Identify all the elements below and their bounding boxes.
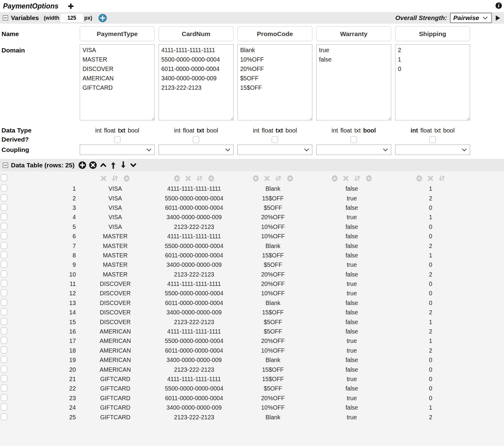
collapse-data-table-button[interactable] (3, 163, 8, 168)
variable-name-input[interactable] (80, 26, 155, 41)
type-option-bool[interactable]: bool (207, 127, 218, 134)
row-select-checkbox[interactable] (1, 194, 7, 201)
type-option-txt[interactable]: txt (276, 127, 283, 134)
delete-column-button[interactable] (185, 175, 192, 182)
coupling-select[interactable] (159, 145, 234, 155)
variable-domain-textarea[interactable]: true false (316, 44, 391, 120)
variable-domain-textarea[interactable]: 2 1 0 (395, 44, 470, 120)
coupling-select[interactable] (395, 145, 470, 155)
row-select-checkbox[interactable] (1, 394, 7, 401)
variable-domain-textarea[interactable]: VISA MASTER DISCOVER AMERICAN GIFTCARD (80, 44, 155, 120)
type-option-int[interactable]: int (331, 127, 338, 134)
delete-rows-button[interactable] (89, 161, 97, 169)
row-select-checkbox[interactable] (1, 204, 7, 211)
type-option-bool[interactable]: bool (285, 127, 297, 134)
type-option-bool[interactable]: bool (443, 127, 455, 134)
sort-column-button[interactable] (438, 175, 446, 182)
type-option-txt[interactable]: txt (434, 127, 441, 134)
derived-checkbox[interactable] (351, 136, 357, 143)
variable-name-input[interactable] (316, 26, 391, 41)
delete-column-button[interactable] (427, 175, 434, 182)
type-option-float[interactable]: float (183, 127, 194, 134)
row-select-checkbox[interactable] (1, 289, 7, 296)
column-width-input[interactable] (61, 14, 83, 22)
row-select-checkbox[interactable] (1, 185, 7, 192)
run-button[interactable] (495, 15, 501, 22)
add-variable-button[interactable] (98, 14, 107, 22)
collapse-variables-button[interactable] (3, 15, 8, 21)
row-select-checkbox[interactable] (1, 232, 7, 239)
row-select-checkbox[interactable] (1, 404, 7, 411)
row-select-checkbox[interactable] (1, 261, 7, 268)
move-column-left-button[interactable] (173, 175, 181, 182)
row-select-checkbox[interactable] (1, 375, 7, 382)
move-column-left-button[interactable] (415, 175, 423, 182)
cell-warranty: false (312, 204, 391, 211)
sort-column-button[interactable] (274, 175, 282, 182)
derived-checkbox[interactable] (272, 136, 278, 143)
type-option-int[interactable]: int (253, 127, 259, 134)
row-select-checkbox[interactable] (1, 280, 7, 287)
type-option-int[interactable]: int (411, 127, 418, 134)
add-row-button[interactable] (78, 161, 86, 169)
overall-strength-select[interactable]: Pairwise (450, 13, 492, 23)
type-option-txt[interactable]: txt (354, 127, 361, 134)
move-row-up-button[interactable] (109, 161, 117, 169)
move-row-top-button[interactable] (99, 161, 107, 169)
select-all-rows-checkbox[interactable] (1, 174, 7, 181)
row-select-checkbox[interactable] (1, 413, 7, 420)
row-select-checkbox[interactable] (1, 337, 7, 344)
type-option-bool[interactable]: bool (363, 127, 376, 134)
move-column-left-button[interactable] (252, 175, 260, 182)
add-tab-button[interactable] (67, 2, 75, 10)
row-select-checkbox[interactable] (1, 251, 7, 258)
type-option-float[interactable]: float (262, 127, 273, 134)
row-select-checkbox[interactable] (1, 366, 7, 373)
move-row-down-button[interactable] (119, 161, 127, 169)
variable-name-input[interactable] (395, 26, 470, 41)
coupling-select[interactable] (237, 145, 312, 155)
row-select-checkbox[interactable] (1, 270, 7, 277)
row-select-checkbox[interactable] (1, 213, 7, 220)
type-option-int[interactable]: int (95, 127, 102, 134)
derived-checkbox[interactable] (114, 136, 120, 143)
move-column-right-button[interactable] (365, 175, 373, 182)
move-column-right-button[interactable] (286, 175, 294, 182)
row-select-checkbox[interactable] (1, 356, 7, 363)
move-row-bottom-button[interactable] (129, 161, 137, 169)
coupling-select[interactable] (316, 145, 391, 155)
delete-column-button[interactable] (264, 175, 270, 182)
row-select-checkbox[interactable] (1, 347, 7, 354)
row-select-checkbox[interactable] (1, 384, 7, 391)
type-option-bool[interactable]: bool (128, 127, 139, 134)
delete-column-button[interactable] (100, 175, 107, 182)
sort-column-button[interactable] (196, 175, 203, 182)
type-option-int[interactable]: int (174, 127, 180, 134)
sort-column-button[interactable] (111, 175, 119, 182)
row-select-checkbox[interactable] (1, 242, 7, 249)
row-select-checkbox[interactable] (1, 318, 7, 325)
move-column-left-button[interactable] (331, 175, 338, 182)
type-option-float[interactable]: float (420, 127, 432, 134)
type-option-float[interactable]: float (340, 127, 352, 134)
move-column-right-button[interactable] (123, 175, 130, 182)
variable-domain-textarea[interactable]: Blank 10%OFF 20%OFF $5OFF 15$OFF (237, 44, 312, 120)
move-column-right-button[interactable] (207, 175, 215, 182)
row-select-checkbox[interactable] (1, 223, 7, 230)
derived-checkbox[interactable] (193, 136, 199, 143)
delete-column-button[interactable] (342, 175, 349, 182)
type-option-txt[interactable]: txt (118, 127, 125, 134)
coupling-select[interactable] (80, 145, 155, 155)
type-option-float[interactable]: float (104, 127, 116, 134)
derived-checkbox[interactable] (429, 136, 436, 143)
row-select-checkbox[interactable] (1, 308, 7, 315)
cell-payment-type: VISA (76, 204, 155, 211)
variable-name-input[interactable] (237, 26, 312, 41)
sort-column-button[interactable] (353, 175, 361, 182)
info-icon[interactable] (495, 2, 502, 9)
variable-name-input[interactable] (159, 26, 234, 41)
row-select-checkbox[interactable] (1, 299, 7, 306)
variable-domain-textarea[interactable]: 4111-1111-1111-1111 5500-0000-0000-0004 … (159, 44, 234, 120)
row-select-checkbox[interactable] (1, 327, 7, 334)
type-option-txt[interactable]: txt (197, 127, 204, 134)
